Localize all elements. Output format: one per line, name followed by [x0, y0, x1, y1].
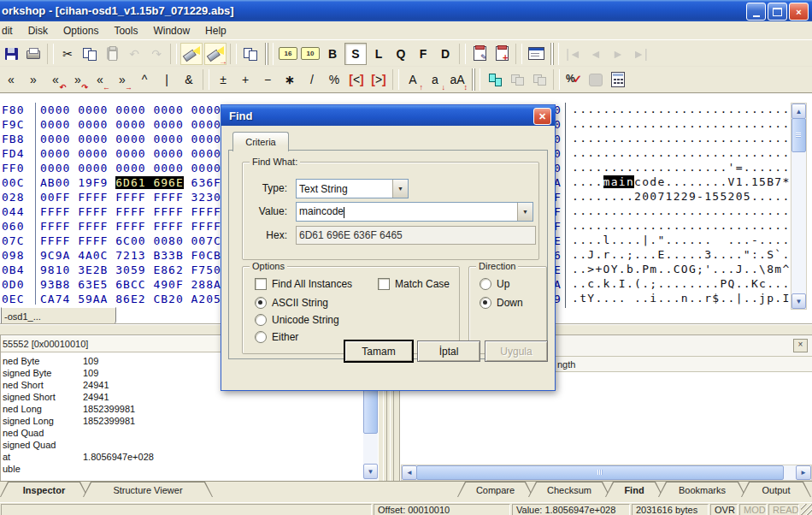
negate-icon[interactable]: ±: [213, 69, 233, 90]
ascii-row[interactable]: ....l....|."...... ...-....: [566, 234, 791, 248]
tab-checksum[interactable]: Checksum: [528, 482, 610, 497]
rotate-left-icon[interactable]: «↶: [45, 69, 66, 90]
inspector-row-ned-long[interactable]: ned Long1852399981: [1, 404, 380, 416]
tab-compare[interactable]: Compare: [457, 482, 533, 497]
view-long-button[interactable]: L: [368, 44, 389, 64]
shift-left-icon[interactable]: «: [1, 69, 21, 90]
either-radio[interactable]: Either: [255, 331, 298, 343]
cancel-button[interactable]: İptal: [417, 340, 480, 362]
ok-button[interactable]: Tamam: [344, 340, 413, 362]
roll-right-icon[interactable]: »→: [112, 69, 132, 90]
scroll-right-icon[interactable]: ►: [796, 465, 811, 480]
column-header-extra[interactable]: [674, 357, 812, 371]
ascii-row[interactable]: ............................: [566, 132, 791, 146]
calculator-icon[interactable]: [608, 69, 628, 90]
menu-dit[interactable]: dit: [0, 23, 21, 38]
ascii-pane[interactable]: ........................................…: [565, 103, 791, 308]
view-float-button[interactable]: F: [413, 44, 433, 64]
inspector-row-signed-long[interactable]: signed Long1852399981: [1, 416, 380, 428]
properties-icon[interactable]: [526, 44, 546, 64]
tab-structure-viewer[interactable]: Structure Viewer: [83, 482, 213, 497]
roll-left-icon[interactable]: «←: [90, 69, 110, 90]
add-icon[interactable]: +: [235, 69, 256, 90]
ascii-row[interactable]: ..J.r..;...E.....3....":.S`.: [566, 248, 791, 263]
scroll-left-icon[interactable]: ◄: [402, 465, 417, 480]
chevron-down-icon[interactable]: ▼: [392, 180, 408, 198]
maximize-button[interactable]: [768, 3, 787, 21]
view-quad-button[interactable]: Q: [391, 44, 411, 64]
inspector-row-signed-short[interactable]: signed Short24941: [1, 392, 380, 404]
type-dropdown[interactable]: Text String ▼: [296, 179, 409, 198]
status-ovr-flag[interactable]: OVR: [710, 504, 738, 515]
ascii-row[interactable]: ..>+OY.b.Pm..COG;'...J..\8m^: [566, 263, 791, 277]
copy-special-icon[interactable]: [240, 44, 261, 64]
hex-value-field[interactable]: 6D61 696E 636F 6465: [296, 226, 536, 245]
find-icon[interactable]: [180, 43, 203, 65]
close-button[interactable]: ×: [789, 3, 809, 21]
find-next-icon[interactable]: →: [204, 43, 227, 65]
inspector-row-at[interactable]: at1.8056947e+028: [1, 452, 380, 464]
match-case-checkbox[interactable]: Match Case: [378, 278, 450, 290]
menu-help[interactable]: Help: [197, 23, 234, 38]
tab-output[interactable]: Output: [741, 482, 811, 497]
find-all-instances-checkbox[interactable]: Find All Instances: [255, 278, 352, 290]
swap-bytes-icon[interactable]: [485, 69, 505, 90]
print-icon[interactable]: [23, 44, 44, 64]
bookmark-edit-icon[interactable]: [469, 44, 490, 64]
menu-options[interactable]: Options: [56, 23, 106, 38]
ascii-row[interactable]: ............................: [566, 204, 791, 219]
panel-close-icon[interactable]: ×: [793, 339, 808, 352]
shift-right-icon[interactable]: »: [23, 69, 44, 90]
scroll-thumb[interactable]: [791, 118, 806, 152]
menu-window[interactable]: Window: [145, 23, 197, 38]
title-bar[interactable]: orkshop - [cihan-osd1_v1.15b7_071229.abs…: [0, 0, 812, 21]
block-shift-right-icon[interactable]: [>]: [368, 69, 389, 90]
status-mod-flag[interactable]: MOD: [739, 504, 767, 515]
ascii-row[interactable]: ....maincode........V1.15B7*: [566, 175, 791, 190]
checksum-icon[interactable]: [563, 69, 584, 90]
tab-find[interactable]: Find: [605, 482, 663, 497]
direction-down-radio[interactable]: Down: [480, 297, 523, 309]
toggle-case-icon[interactable]: aA↕: [447, 69, 468, 90]
ascii-row[interactable]: ....................'=......: [566, 161, 791, 175]
view-double-button[interactable]: D: [435, 44, 456, 64]
ascii-row[interactable]: ............................: [566, 117, 791, 132]
view-short-button[interactable]: S: [344, 43, 367, 65]
inspector-row-signed-quad[interactable]: signed Quad: [1, 440, 380, 452]
ascii-row[interactable]: ............................: [566, 219, 791, 234]
uppercase-icon[interactable]: A↑: [403, 69, 423, 90]
lowercase-icon[interactable]: a↓: [425, 69, 445, 90]
divide-icon[interactable]: /: [302, 69, 322, 90]
tab-bookmarks[interactable]: Bookmarks: [658, 482, 746, 497]
dialog-title-bar[interactable]: Find ✕: [221, 105, 555, 126]
scroll-down-icon[interactable]: ▼: [791, 293, 806, 309]
and-icon[interactable]: &: [179, 69, 199, 90]
ascii-row[interactable]: .tY.... ..i...n..r$..|..jp.I: [566, 292, 791, 306]
copy-icon[interactable]: [79, 44, 100, 64]
multiply-icon[interactable]: ∗: [279, 69, 300, 90]
block-shift-left-icon[interactable]: [<]: [346, 69, 367, 90]
document-tab[interactable]: -osd1_...: [1, 307, 116, 325]
chevron-down-icon[interactable]: ▼: [517, 203, 533, 221]
or-icon[interactable]: |: [156, 69, 177, 90]
save-icon[interactable]: [1, 44, 21, 64]
ascii-scrollbar[interactable]: ▲ ▼: [791, 103, 807, 310]
xor-icon[interactable]: ^: [134, 69, 155, 90]
results-hscrollbar[interactable]: ◄ ►: [401, 465, 812, 481]
inspector-row-ned-quad[interactable]: ned Quad: [1, 428, 380, 440]
rotate-right-icon[interactable]: »↷: [68, 69, 88, 90]
ascii-row[interactable]: ............................: [566, 146, 791, 161]
ascii-row[interactable]: ........20071229-155205.....: [566, 190, 791, 204]
scroll-up-icon[interactable]: ▲: [791, 104, 806, 119]
status-read-flag[interactable]: READ: [768, 504, 799, 515]
menu-disk[interactable]: Disk: [21, 23, 56, 38]
resize-grip-icon[interactable]: [801, 504, 812, 515]
subtract-icon[interactable]: −: [257, 69, 278, 90]
dialog-close-button[interactable]: ✕: [533, 108, 551, 125]
unicode-string-radio[interactable]: Unicode String: [255, 314, 339, 326]
radix-hex-icon[interactable]: 16: [278, 44, 298, 64]
ascii-row[interactable]: ..c.k.I.(.;........PQ..Kc...: [566, 277, 791, 292]
modulo-icon[interactable]: %: [324, 69, 344, 90]
view-byte-button[interactable]: B: [322, 44, 343, 64]
direction-up-radio[interactable]: Up: [480, 278, 509, 290]
